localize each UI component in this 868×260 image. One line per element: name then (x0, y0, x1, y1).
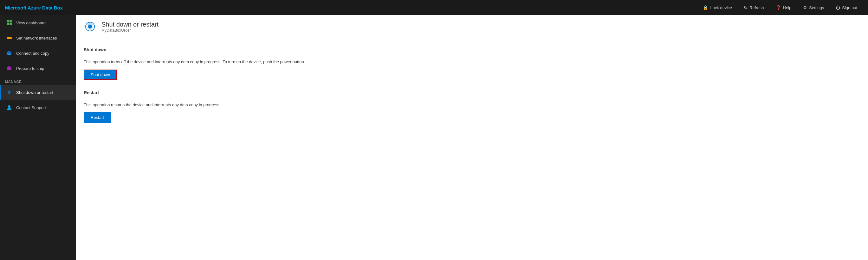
svg-rect-1 (9, 20, 12, 23)
shutdown-section-title: Shut down (84, 43, 860, 55)
help-icon: ❓ (776, 5, 781, 10)
ship-icon (6, 65, 12, 72)
refresh-icon: ↻ (744, 5, 747, 10)
help-button[interactable]: ❓ Help (770, 0, 797, 15)
signout-button[interactable]: ⏻ Sign out (830, 0, 863, 15)
person-icon (6, 104, 12, 111)
shutdown-section: Shut down This operation turns off the d… (84, 43, 860, 86)
svg-point-11 (8, 105, 10, 108)
sidebar-label-contact-support: Contact Support (16, 105, 46, 110)
svg-rect-2 (7, 23, 9, 25)
grid-icon (6, 20, 12, 26)
page-header-text: Shut down or restart MyDataBoxOrder (101, 21, 158, 33)
lock-icon: 🔒 (703, 5, 708, 10)
sidebar-item-connect-copy[interactable]: Connect and copy (0, 45, 76, 61)
sidebar-item-set-network[interactable]: Set network interfaces (0, 30, 76, 45)
resize-handle[interactable]: ⋮ (68, 248, 73, 254)
gear-icon (6, 89, 12, 96)
shutdown-section-desc: This operation turns off the device and … (84, 59, 860, 65)
page-header-icon (84, 20, 96, 33)
svg-rect-5 (7, 38, 12, 39)
sidebar-item-shutdown-restart[interactable]: Shut down or restart (0, 85, 76, 100)
settings-icon: ⚙ (803, 5, 807, 10)
sidebar-item-view-dashboard[interactable]: View dashboard (0, 15, 76, 30)
restart-section-desc: This operation restarts the device and i… (84, 102, 860, 108)
signout-icon: ⏻ (836, 5, 840, 10)
svg-rect-3 (9, 23, 12, 25)
svg-rect-0 (7, 20, 9, 23)
sidebar-item-contact-support[interactable]: Contact Support (0, 100, 76, 115)
svg-rect-4 (7, 37, 12, 38)
sidebar: View dashboard Set network interfaces Co… (0, 15, 76, 260)
svg-rect-8 (7, 67, 11, 70)
page-subtitle: MyDataBoxOrder (101, 28, 158, 33)
refresh-button[interactable]: ↻ Refresh (738, 0, 770, 15)
settings-button[interactable]: ⚙ Settings (797, 0, 830, 15)
restart-button[interactable]: Restart (84, 112, 111, 123)
sidebar-label-prepare-ship: Prepare to ship (16, 66, 44, 71)
svg-rect-9 (8, 66, 10, 67)
top-nav: Microsoft Azure Data Box 🔒 Lock device ↻… (0, 0, 868, 15)
svg-point-7 (7, 51, 11, 54)
shutdown-button[interactable]: Shut down (84, 70, 117, 80)
page-header: Shut down or restart MyDataBoxOrder (76, 15, 868, 37)
app-title: Microsoft Azure Data Box (5, 5, 697, 10)
sidebar-label-connect-copy: Connect and copy (16, 51, 50, 56)
sidebar-label-view-dashboard: View dashboard (16, 21, 45, 25)
sidebar-label-shutdown-restart: Shut down or restart (16, 90, 53, 95)
restart-section-title: Restart (84, 86, 860, 98)
restart-section: Restart This operation restarts the devi… (84, 86, 860, 129)
copy-icon (6, 50, 12, 56)
nav-actions: 🔒 Lock device ↻ Refresh ❓ Help ⚙ Setting… (697, 0, 863, 15)
network-icon (6, 35, 12, 41)
sidebar-item-prepare-ship[interactable]: Prepare to ship (0, 61, 76, 76)
main-content: Shut down or restart MyDataBoxOrder Shut… (76, 15, 868, 260)
page-title: Shut down or restart (101, 21, 158, 28)
lock-device-button[interactable]: 🔒 Lock device (697, 0, 738, 15)
manage-section-label: MANAGE (0, 76, 76, 85)
content-body: Shut down This operation turns off the d… (76, 37, 868, 135)
sidebar-label-set-network: Set network interfaces (16, 36, 57, 40)
layout: View dashboard Set network interfaces Co… (0, 15, 868, 260)
